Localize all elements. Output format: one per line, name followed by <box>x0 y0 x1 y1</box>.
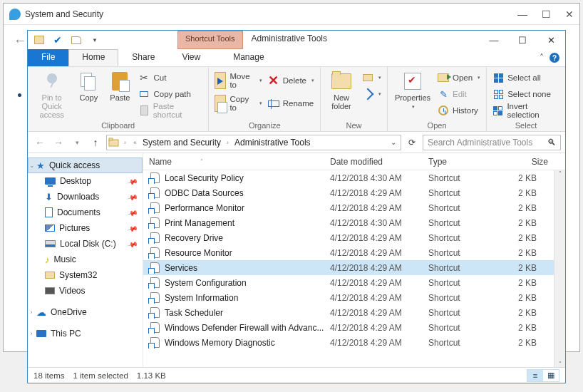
parent-close-button[interactable]: ✕ <box>565 9 574 20</box>
history-button[interactable]: History <box>436 103 482 118</box>
invert-selection-button[interactable]: Invert selection <box>491 103 561 118</box>
edit-button[interactable]: ✎Edit <box>436 86 482 102</box>
copy-to-button[interactable]: Copy to▾ <box>213 96 263 111</box>
tab-file[interactable]: File <box>28 49 68 66</box>
delete-button[interactable]: ✕Delete▾ <box>267 73 316 88</box>
view-details-button[interactable]: ≡ <box>527 370 543 381</box>
tab-view[interactable]: View <box>168 49 214 66</box>
tab-share[interactable]: Share <box>118 49 168 66</box>
maximize-button[interactable]: ☐ <box>508 31 537 49</box>
file-row[interactable]: Resource Monitor4/12/2018 4:29 AMShortcu… <box>143 245 554 260</box>
file-row[interactable]: ODBC Data Sources4/12/2018 4:29 AMShortc… <box>143 185 554 200</box>
file-row[interactable]: Task Scheduler4/12/2018 4:29 AMShortcut2… <box>143 305 554 320</box>
file-name: System Information <box>165 293 238 303</box>
file-row[interactable]: Local Security Policy4/12/2018 4:30 AMSh… <box>143 170 554 185</box>
file-size: 2 KB <box>490 308 542 318</box>
scroll-up-icon[interactable]: ˄ <box>554 170 565 177</box>
qat-app-icon[interactable] <box>32 33 46 47</box>
sidebar-item-downloads[interactable]: ⬇Downloads📌 <box>28 189 143 205</box>
tab-home[interactable]: Home <box>68 49 118 66</box>
sidebar-item-documents[interactable]: Documents📌 <box>28 205 143 220</box>
ribbon-collapse-button[interactable]: ˄ <box>540 53 544 63</box>
minimize-button[interactable]: — <box>480 31 508 49</box>
column-name[interactable]: Name˄ <box>143 157 324 167</box>
view-large-icons-button[interactable]: ▦ <box>543 370 559 381</box>
help-icon[interactable]: ? <box>550 53 559 63</box>
file-row[interactable]: Print Management4/12/2018 4:30 AMShortcu… <box>143 215 554 230</box>
qat-customize-dropdown[interactable]: ▼ <box>88 33 102 47</box>
file-date: 4/12/2018 4:29 AM <box>324 188 423 198</box>
breadcrumb[interactable]: › « System and Security › Administrative… <box>106 135 401 150</box>
chevron-right-icon[interactable]: › <box>224 139 232 146</box>
column-size[interactable]: Size <box>490 157 554 167</box>
copy-path-button[interactable]: Copy path <box>137 86 204 102</box>
parent-back-button[interactable]: ← <box>14 33 26 48</box>
sidebar-item-onedrive[interactable]: ›☁OneDrive <box>28 304 143 320</box>
paste-shortcut-button[interactable]: Paste shortcut <box>137 103 204 118</box>
chevron-down-icon[interactable]: ⌄ <box>29 162 36 169</box>
easy-access-button[interactable]: ▾ <box>361 86 383 102</box>
file-row[interactable]: Windows Defender Firewall with Advanc...… <box>143 320 554 335</box>
file-type: Shortcut <box>423 278 490 288</box>
sidebar-item-pictures[interactable]: Pictures📌 <box>28 220 143 236</box>
cut-button[interactable]: ✂Cut <box>137 70 204 86</box>
chevron-right-icon[interactable]: › <box>28 309 35 316</box>
parent-maximize-button[interactable]: ☐ <box>542 9 551 20</box>
select-none-button[interactable]: Select none <box>491 86 561 102</box>
sidebar-item-system32[interactable]: System32 <box>28 267 143 283</box>
parent-minimize-button[interactable]: — <box>517 9 527 20</box>
file-rows: Local Security Policy4/12/2018 4:30 AMSh… <box>143 170 554 367</box>
new-folder-button[interactable]: New folder <box>325 68 358 110</box>
pin-icon <box>44 73 60 89</box>
sidebar-item-quick-access[interactable]: ⌄ ★ Quick access <box>28 158 143 173</box>
breadcrumb-ellipsis[interactable]: « <box>130 139 140 146</box>
scroll-down-icon[interactable]: ˅ <box>554 361 565 367</box>
nav-recent-button[interactable]: ▾ <box>69 135 85 150</box>
sidebar-item-videos[interactable]: Videos <box>28 283 143 299</box>
shortcut-icon <box>149 247 160 259</box>
sidebar-item-music[interactable]: ♪Music <box>28 252 143 267</box>
move-to-button[interactable]: Move to▾ <box>213 73 263 88</box>
file-row[interactable]: Recovery Drive4/12/2018 4:29 AMShortcut2… <box>143 230 554 245</box>
pin-to-quick-access-button[interactable]: Pin to Quick access <box>32 68 71 119</box>
sidebar-item-local-disk[interactable]: Local Disk (C:)📌 <box>28 236 143 252</box>
shortcut-icon <box>149 262 160 274</box>
file-row[interactable]: Services4/12/2018 4:29 AMShortcut2 KB <box>143 260 554 275</box>
paste-button[interactable]: Paste <box>105 68 134 102</box>
file-row[interactable]: Windows Memory Diagnostic4/12/2018 4:29 … <box>143 335 554 350</box>
new-item-button[interactable]: ▾ <box>361 70 383 86</box>
open-button[interactable]: Open▾ <box>436 70 482 86</box>
nav-forward-button[interactable]: → <box>51 135 66 150</box>
file-row[interactable]: System Information4/12/2018 4:29 AMShort… <box>143 290 554 305</box>
breadcrumb-dropdown[interactable]: ⌄ <box>391 138 396 146</box>
chevron-right-icon[interactable]: › <box>28 330 35 337</box>
refresh-button[interactable]: ⟳ <box>404 135 420 150</box>
file-row[interactable]: Performance Monitor4/12/2018 4:29 AMShor… <box>143 200 554 215</box>
copy-button[interactable]: Copy <box>74 68 103 102</box>
qat-properties-button[interactable]: ✔ <box>51 33 65 47</box>
file-row[interactable]: System Configuration4/12/2018 4:29 AMSho… <box>143 275 554 290</box>
column-date[interactable]: Date modified <box>324 157 423 167</box>
qat-new-folder-button[interactable] <box>69 33 83 47</box>
properties-button[interactable]: Properties ▾ <box>392 68 433 110</box>
close-button[interactable]: ✕ <box>537 31 565 49</box>
nav-back-button[interactable]: ← <box>32 135 48 150</box>
column-type[interactable]: Type <box>423 157 490 167</box>
file-type: Shortcut <box>423 173 490 183</box>
context-tab-shortcut-tools[interactable]: Shortcut Tools <box>177 31 243 49</box>
chevron-right-icon[interactable]: › <box>121 139 129 146</box>
sidebar-item-this-pc[interactable]: ›This PC <box>28 326 143 341</box>
rename-button[interactable]: Rename <box>267 96 316 111</box>
scrollbar[interactable]: ˄ ˅ <box>554 170 565 367</box>
file-type: Shortcut <box>423 308 490 318</box>
open-icon <box>438 73 449 82</box>
invert-selection-icon <box>493 106 502 115</box>
breadcrumb-item[interactable]: System and Security <box>141 138 222 148</box>
search-input[interactable]: Search Administrative Tools 🔍︎ <box>423 135 561 150</box>
breadcrumb-item[interactable]: Administrative Tools <box>233 138 312 148</box>
tab-manage[interactable]: Manage <box>220 49 277 66</box>
select-all-button[interactable]: Select all <box>491 70 561 86</box>
disk-icon <box>45 240 56 247</box>
nav-up-button[interactable]: ↑ <box>88 135 103 150</box>
sidebar-item-desktop[interactable]: Desktop📌 <box>28 173 143 189</box>
